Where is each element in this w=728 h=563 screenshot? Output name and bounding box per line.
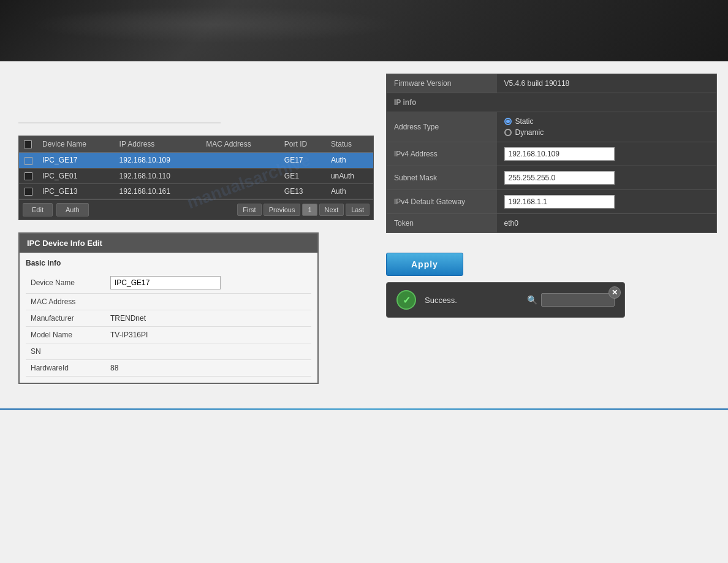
action-buttons: Edit Auth	[23, 203, 89, 216]
gateway-row: IPv4 Default Gateway	[387, 190, 717, 214]
subnet-input[interactable]	[504, 171, 615, 185]
mac-value	[105, 294, 311, 310]
checkbox-unchecked[interactable]	[25, 188, 32, 196]
apply-button[interactable]: Apply	[386, 253, 463, 276]
ipv4-value[interactable]	[497, 142, 717, 166]
row-checkbox[interactable]	[19, 153, 37, 168]
checkbox-unchecked[interactable]	[25, 172, 32, 180]
table-buttons-bar: Edit Auth First Previous 1 Next Last	[19, 199, 373, 220]
device-name-input[interactable]	[110, 276, 221, 289]
firmware-value: V5.4.6 build 190118	[497, 74, 717, 93]
info-row-model: Model Name TV-IP316PI	[26, 327, 311, 343]
row-checkbox[interactable]	[19, 183, 37, 199]
header-banner	[0, 0, 728, 61]
ipv4-label: IPv4 Address	[387, 142, 497, 166]
col-header-device-name: Device Name	[37, 136, 115, 153]
device-name-value[interactable]	[105, 272, 311, 294]
status-cell: Auth	[326, 153, 373, 168]
sn-label: SN	[26, 343, 105, 360]
gateway-input[interactable]	[504, 195, 615, 209]
separator-line	[18, 123, 221, 123]
first-page-button[interactable]: First	[237, 204, 261, 216]
edit-button[interactable]: Edit	[23, 203, 53, 216]
info-row-device-name: Device Name	[26, 272, 311, 294]
ip-info-table: Firmware Version V5.4.6 build 190118 IP …	[386, 74, 717, 233]
address-type-radio-group: Static Dynamic	[504, 117, 710, 137]
ip-cell: 192.168.10.110	[115, 168, 202, 183]
device-table-container: Device Name IP Address MAC Address Port …	[18, 136, 374, 220]
checkbox-checked[interactable]	[25, 157, 32, 165]
static-radio[interactable]	[504, 118, 512, 125]
ipv4-input[interactable]	[504, 147, 615, 161]
success-icon	[396, 290, 416, 310]
status-cell: Auth	[326, 183, 373, 199]
info-row-manufacturer: Manufacturer TRENDnet	[26, 310, 311, 327]
token-label: Token	[387, 214, 497, 233]
success-message: Success.	[425, 296, 518, 305]
firmware-label: Firmware Version	[387, 74, 497, 93]
previous-page-button[interactable]: Previous	[264, 204, 301, 216]
search-icon: 🔍	[527, 295, 537, 305]
basic-info-label: Basic info	[26, 259, 311, 267]
port-cell: GE13	[279, 183, 326, 199]
subnet-label: Subnet Mask	[387, 166, 497, 190]
info-table: Device Name MAC Address Manufacturer TRE…	[26, 272, 311, 377]
address-type-value: Static Dynamic	[497, 112, 717, 142]
ip-cell: 192.168.10.109	[115, 153, 202, 168]
manufacturer-value: TRENDnet	[105, 310, 311, 327]
auth-button[interactable]: Auth	[56, 203, 89, 216]
dynamic-radio-item[interactable]: Dynamic	[504, 128, 710, 137]
success-search: 🔍	[527, 293, 615, 307]
device-name-cell: IPC_GE13	[37, 183, 115, 199]
dynamic-label: Dynamic	[515, 128, 544, 137]
ipv4-row: IPv4 Address	[387, 142, 717, 166]
dynamic-radio[interactable]	[504, 129, 512, 136]
manufacturer-label: Manufacturer	[26, 310, 105, 327]
port-cell: GE17	[279, 153, 326, 168]
col-header-status: Status	[326, 136, 373, 153]
table-row[interactable]: IPC_GE13 192.168.10.161 GE13 Auth	[19, 183, 373, 199]
mac-cell	[201, 168, 279, 183]
device-name-label: Device Name	[26, 272, 105, 294]
address-type-label: Address Type	[387, 112, 497, 142]
mac-label: MAC Address	[26, 294, 105, 310]
subnet-row: Subnet Mask	[387, 166, 717, 190]
info-row-hardware: HardwareId 88	[26, 360, 311, 377]
device-name-cell: IPC_GE17	[37, 153, 115, 168]
gateway-label: IPv4 Default Gateway	[387, 190, 497, 214]
info-row-sn: SN	[26, 343, 311, 360]
select-all-checkbox[interactable]	[24, 140, 32, 148]
ipc-edit-body: Basic info Device Name MAC Address	[20, 253, 317, 383]
info-row-mac: MAC Address	[26, 294, 311, 310]
ipc-edit-panel: IPC Device Info Edit Basic info Device N…	[18, 232, 319, 384]
left-panel: Device Name IP Address MAC Address Port …	[18, 74, 374, 384]
hardware-label: HardwareId	[26, 360, 105, 377]
search-bar[interactable]	[541, 293, 615, 307]
hardware-value: 88	[105, 360, 311, 377]
current-page-button[interactable]: 1	[302, 204, 317, 216]
ip-info-section-label: IP info	[387, 93, 717, 112]
token-row: Token eth0	[387, 214, 717, 233]
next-page-button[interactable]: Next	[319, 204, 344, 216]
right-panel: Firmware Version V5.4.6 build 190118 IP …	[386, 74, 717, 384]
firmware-row: Firmware Version V5.4.6 build 190118	[387, 74, 717, 93]
footer-line	[0, 408, 728, 410]
model-value: TV-IP316PI	[105, 327, 311, 343]
apply-button-container: Apply	[386, 243, 717, 276]
mac-cell	[201, 153, 279, 168]
sn-value	[105, 343, 311, 360]
ip-cell: 192.168.10.161	[115, 183, 202, 199]
table-row[interactable]: IPC_GE01 192.168.10.110 GE1 unAuth	[19, 168, 373, 183]
device-table: Device Name IP Address MAC Address Port …	[19, 136, 373, 199]
static-radio-item[interactable]: Static	[504, 117, 710, 126]
row-checkbox[interactable]	[19, 168, 37, 183]
last-page-button[interactable]: Last	[346, 204, 370, 216]
table-row[interactable]: IPC_GE17 192.168.10.109 GE17 Auth	[19, 153, 373, 168]
success-notification: ✕ Success. 🔍	[386, 282, 625, 318]
port-cell: GE1	[279, 168, 326, 183]
subnet-value[interactable]	[497, 166, 717, 190]
pagination: First Previous 1 Next Last	[237, 204, 370, 216]
device-name-cell: IPC_GE01	[37, 168, 115, 183]
close-notification-button[interactable]: ✕	[609, 286, 621, 299]
gateway-value[interactable]	[497, 190, 717, 214]
